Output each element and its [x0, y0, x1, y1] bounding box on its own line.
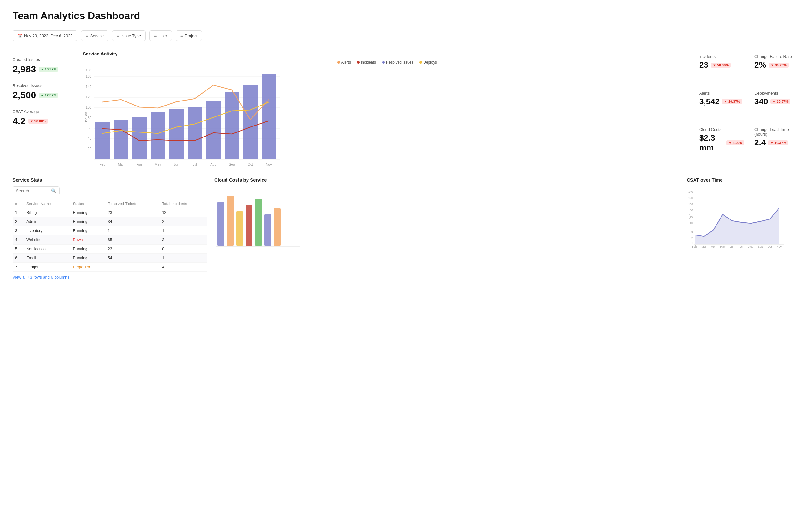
- svg-text:0: 0: [90, 157, 91, 161]
- cell-resolved: [105, 263, 160, 272]
- cell-resolved: 23: [105, 208, 160, 217]
- svg-text:1: 1: [691, 242, 693, 245]
- cell-service-name: Billing: [24, 208, 70, 217]
- search-box[interactable]: 🔍: [12, 186, 60, 196]
- csat-chart: 1 2 5 40 60 80 100 120 140 Feb Mar Apr M…: [687, 186, 793, 249]
- svg-rect-26: [206, 101, 221, 159]
- svg-text:Feb: Feb: [692, 245, 697, 248]
- kpi-change-failure: Change Failure Rate 2% ▼ 33.28%: [754, 54, 800, 85]
- filter-user-label: User: [158, 33, 167, 38]
- kpi-cfr-badge: ▼ 33.28%: [769, 63, 788, 68]
- cell-status: Running: [70, 208, 105, 217]
- cell-status: Running: [70, 253, 105, 263]
- kpi-clt: Change Lead Time (hours) 2.4 ▼ 10.37%: [754, 127, 800, 167]
- kpi-deploy-label: Deployments: [754, 91, 800, 95]
- kpi-alerts: Alerts 3,542 ▼ 10.37%: [699, 91, 744, 121]
- svg-rect-22: [132, 117, 147, 159]
- cell-service-name: Admin: [24, 217, 70, 227]
- kpi-deploy-badge: ▼ 10.37%: [770, 99, 790, 104]
- svg-text:120: 120: [688, 196, 693, 200]
- filter-icon-user: ≡: [154, 33, 157, 38]
- kpi-alerts-badge: ▼ 10.37%: [722, 99, 742, 104]
- svg-text:140: 140: [688, 190, 693, 193]
- svg-text:Jun: Jun: [730, 245, 735, 248]
- svg-rect-21: [114, 120, 128, 159]
- cell-num: 2: [12, 217, 24, 227]
- cloud-costs-section: Cloud Costs by Service: [214, 177, 679, 280]
- legend-incidents: Incidents: [357, 60, 376, 64]
- svg-text:Sep: Sep: [229, 162, 235, 166]
- table-row: 7 Ledger Degraded 4: [12, 263, 207, 272]
- cell-num: 6: [12, 253, 24, 263]
- table-row: 4 Website Down 65 3: [12, 236, 207, 244]
- kpi-clt-badge: ▼ 10.37%: [768, 140, 788, 145]
- service-stats-title: Service Stats: [12, 177, 207, 183]
- service-stats-section: Service Stats 🔍 # Service Name Status Re…: [12, 177, 207, 280]
- svg-text:2: 2: [691, 236, 693, 240]
- view-all-link[interactable]: View all 43 rows and 6 columns: [12, 275, 69, 280]
- filter-project[interactable]: ≡ Project: [176, 30, 202, 41]
- svg-text:Feb: Feb: [99, 162, 106, 166]
- legend-deploys: Deploys: [419, 60, 437, 64]
- filter-icon-project: ≡: [180, 33, 183, 38]
- filter-icon-issue: ≡: [117, 33, 119, 38]
- filter-service-label: Service: [90, 33, 104, 38]
- cell-status: Running: [70, 217, 105, 227]
- svg-rect-46: [255, 199, 262, 246]
- svg-text:Jun: Jun: [174, 162, 179, 166]
- kpi-created-label: Created Issues: [12, 57, 75, 62]
- kpi-incidents: Incidents 23 ▼ 50.00%: [699, 54, 744, 85]
- filter-issue-label: Issue Type: [121, 33, 141, 38]
- cell-resolved: 65: [105, 236, 160, 244]
- cell-status: Degraded: [70, 263, 105, 272]
- svg-text:Nov: Nov: [777, 245, 782, 248]
- cell-num: 3: [12, 227, 24, 236]
- filter-issue-type[interactable]: ≡ Issue Type: [112, 30, 146, 41]
- svg-rect-29: [262, 73, 276, 159]
- svg-text:120: 120: [86, 95, 91, 99]
- cell-status: Running: [70, 227, 105, 236]
- svg-text:40: 40: [88, 137, 91, 140]
- svg-rect-44: [236, 211, 243, 246]
- svg-rect-23: [151, 112, 165, 159]
- cell-resolved: 1: [105, 227, 160, 236]
- cell-resolved: 54: [105, 253, 160, 263]
- cell-num: 5: [12, 244, 24, 253]
- csat-title: CSAT over Time: [687, 177, 800, 183]
- svg-text:5: 5: [691, 230, 693, 233]
- legend-resolved: Resolved issues: [382, 60, 413, 64]
- service-activity-chart: Service Activity Alerts Incidents Resolv…: [83, 51, 692, 167]
- svg-text:140: 140: [86, 85, 91, 89]
- svg-text:80: 80: [88, 116, 91, 120]
- filter-service[interactable]: ≡ Service: [81, 30, 109, 41]
- kpi-cc-value: $2.3 mm ▼ 4.00%: [699, 133, 744, 152]
- kpi-created-badge: ▲ 10.37%: [38, 67, 58, 72]
- svg-text:Jul: Jul: [740, 245, 744, 248]
- filter-date[interactable]: 📅 Nov 29, 2022–Dec 6, 2022: [12, 30, 77, 41]
- kpi-alerts-value: 3,542 ▼ 10.37%: [699, 97, 744, 107]
- cell-service-name: Inventory: [24, 227, 70, 236]
- col-resolved: Resolved Tickets: [105, 200, 160, 208]
- svg-rect-24: [169, 109, 183, 159]
- kpi-resolved-label: Resolved Issues: [12, 83, 75, 88]
- cell-incidents: 0: [160, 244, 207, 253]
- filter-user[interactable]: ≡ User: [149, 30, 172, 41]
- kpi-incidents-label: Incidents: [699, 54, 744, 59]
- left-kpis: Created Issues 2,983 ▲ 10.37% Resolved I…: [12, 51, 75, 167]
- svg-rect-43: [227, 196, 234, 246]
- kpi-created-value: 2,983 ▲ 10.37%: [12, 64, 75, 74]
- search-input[interactable]: [16, 188, 49, 193]
- kpi-clt-value: 2.4 ▼ 10.37%: [754, 138, 800, 148]
- kpi-csat: CSAT Average 4.2 ▼ 50.00%: [12, 109, 75, 126]
- calendar-icon: 📅: [17, 33, 22, 38]
- down-icon: ▼: [30, 119, 33, 123]
- cell-service-name: Website: [24, 236, 70, 244]
- cell-incidents: 3: [160, 236, 207, 244]
- cell-incidents: 4: [160, 263, 207, 272]
- cloud-costs-title: Cloud Costs by Service: [214, 177, 679, 183]
- svg-text:80: 80: [690, 209, 693, 212]
- svg-text:Oct: Oct: [248, 162, 253, 166]
- col-num: #: [12, 200, 24, 208]
- svg-rect-25: [187, 108, 202, 159]
- cell-incidents: 1: [160, 227, 207, 236]
